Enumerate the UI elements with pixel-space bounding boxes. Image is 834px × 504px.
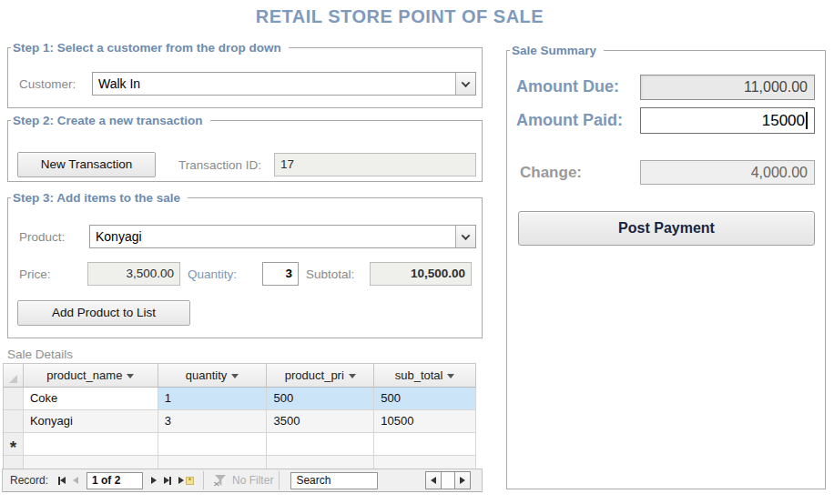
cell-product-name[interactable]: Konyagi: [24, 410, 158, 433]
transaction-id-label: Transaction ID:: [178, 158, 261, 172]
pos-form: RETAIL STORE POINT OF SALE Step 1: Selec…: [0, 0, 834, 504]
step3-legend: Step 3: Add items to the sale: [11, 190, 188, 206]
cell-quantity[interactable]: 3: [158, 410, 268, 433]
column-header-label: sub_total: [395, 364, 443, 387]
horizontal-scrollbar[interactable]: [426, 471, 471, 489]
chevron-down-icon: [462, 231, 471, 240]
column-header-product-name[interactable]: product_name: [24, 364, 158, 388]
product-dropdown-button[interactable]: [455, 226, 475, 247]
change-field: 4,000.00: [640, 160, 815, 185]
amount-paid-label: Amount Paid:: [516, 111, 623, 130]
cell-product-name[interactable]: Coke: [24, 388, 158, 410]
cell-quantity[interactable]: 1: [158, 388, 268, 410]
scroll-left-button[interactable]: [425, 471, 442, 489]
add-product-to-list-button[interactable]: Add Product to List: [17, 300, 190, 326]
table-clipped-row: [4, 456, 476, 469]
column-header-label: product_name: [46, 364, 122, 387]
price-field: 3,500.00: [87, 262, 180, 286]
page-title: RETAIL STORE POINT OF SALE: [0, 6, 799, 27]
cell-sub-total[interactable]: 500: [374, 388, 476, 410]
column-dropdown-icon[interactable]: [127, 374, 134, 378]
table-header-row: product_name quantity product_pri sub_to…: [4, 364, 476, 388]
previous-record-icon: [73, 477, 78, 484]
separator: [203, 471, 204, 489]
record-navigation-bar: Record: 1 of 2 * No Filter Search: [2, 469, 483, 492]
sale-details-label: Sale Details: [7, 348, 73, 361]
product-combobox-value: Konyagi: [90, 226, 455, 247]
previous-record-button[interactable]: [73, 477, 78, 484]
subtotal-label: Subtotal:: [306, 267, 354, 281]
quantity-field[interactable]: 3: [262, 262, 299, 286]
customer-combobox[interactable]: Walk In: [92, 72, 476, 96]
amount-paid-value: 15000: [762, 112, 805, 129]
new-record-icon: [178, 477, 184, 484]
no-filter-label: No Filter: [232, 474, 273, 487]
sale-details-table: product_name quantity product_pri sub_to…: [3, 363, 476, 469]
filter-funnel-icon: [213, 474, 229, 487]
column-header-sub-total[interactable]: sub_total: [374, 364, 476, 388]
customer-dropdown-button[interactable]: [455, 73, 475, 95]
step1-legend: Step 1: Select a customer from the drop …: [11, 40, 289, 55]
column-header-label: quantity: [186, 364, 228, 387]
new-record-icon: *: [10, 443, 16, 452]
last-record-button[interactable]: [164, 477, 171, 485]
next-record-button[interactable]: [151, 477, 157, 484]
column-dropdown-icon[interactable]: [231, 374, 239, 378]
search-input[interactable]: Search: [290, 472, 378, 489]
subtotal-field: 10,500.00: [370, 262, 472, 286]
scroll-right-button[interactable]: [454, 471, 471, 489]
cell-empty[interactable]: [24, 433, 158, 456]
amount-due-field: 11,000.00: [640, 75, 815, 100]
row-selector[interactable]: [4, 388, 24, 410]
cell-sub-total[interactable]: 10500: [374, 410, 476, 433]
customer-combobox-value: Walk In: [93, 73, 455, 95]
step3-groupbox: Step 3: Add items to the sale Product: K…: [7, 197, 483, 338]
filter-button[interactable]: No Filter: [213, 474, 273, 487]
table-row[interactable]: Coke 1 500 500: [4, 388, 476, 410]
select-all-corner[interactable]: [4, 364, 24, 388]
corner-triangle-icon: [9, 375, 17, 383]
column-header-product-pri[interactable]: product_pri: [267, 364, 374, 388]
product-label: Product:: [19, 230, 65, 244]
separator: [279, 471, 280, 489]
new-record-selector[interactable]: *: [4, 433, 24, 456]
step2-legend: Step 2: Create a new transaction: [11, 113, 210, 128]
change-label: Change:: [520, 164, 582, 182]
amount-paid-field[interactable]: 15000: [640, 107, 815, 134]
record-position-box[interactable]: 1 of 2: [86, 472, 143, 489]
product-combobox[interactable]: Konyagi: [89, 225, 476, 248]
sale-summary-legend: Sale Summary: [510, 43, 604, 58]
cell-empty[interactable]: [158, 433, 268, 456]
step1-groupbox: Step 1: Select a customer from the drop …: [7, 47, 483, 108]
price-label: Price:: [19, 267, 51, 281]
scroll-left-icon: [431, 477, 436, 484]
cell-empty[interactable]: [267, 433, 374, 456]
cell-empty[interactable]: [374, 433, 476, 456]
customer-label: Customer:: [19, 77, 76, 91]
column-header-quantity[interactable]: quantity: [158, 364, 268, 388]
star-icon: *: [186, 477, 194, 485]
cell-product-pri[interactable]: 500: [267, 388, 374, 410]
row-selector[interactable]: [4, 410, 24, 433]
cell-product-pri[interactable]: 3500: [267, 410, 374, 433]
next-record-icon: [151, 477, 157, 484]
column-dropdown-icon[interactable]: [349, 374, 356, 378]
scrollbar-thumb[interactable]: [441, 471, 455, 489]
record-label: Record:: [10, 474, 48, 487]
first-record-button[interactable]: [58, 477, 66, 485]
column-header-label: product_pri: [285, 364, 344, 387]
transaction-id-field: 17: [274, 153, 476, 176]
new-record-button[interactable]: *: [178, 477, 194, 485]
post-payment-button[interactable]: Post Payment: [518, 211, 815, 246]
amount-due-label: Amount Due:: [516, 77, 619, 96]
scroll-right-icon: [460, 477, 465, 484]
table-new-record-row[interactable]: *: [4, 433, 476, 456]
quantity-label: Quantity:: [188, 267, 237, 281]
sale-summary-groupbox: Sale Summary Amount Due: 11,000.00 Amoun…: [506, 50, 826, 489]
new-transaction-button[interactable]: New Transaction: [17, 152, 156, 177]
column-dropdown-icon[interactable]: [447, 374, 454, 378]
step2-groupbox: Step 2: Create a new transaction New Tra…: [7, 120, 483, 182]
chevron-down-icon: [462, 78, 471, 87]
table-row[interactable]: Konyagi 3 3500 10500: [4, 410, 476, 433]
text-caret: [806, 112, 808, 129]
